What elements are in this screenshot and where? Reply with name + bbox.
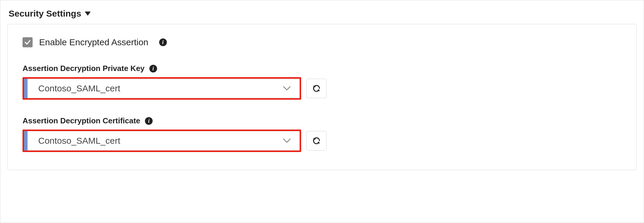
select-body: Contoso_SAML_cert (28, 131, 300, 151)
section-header[interactable]: Security Settings (0, 0, 644, 19)
refresh-icon (312, 84, 321, 93)
settings-panel: Enable Encrypted Assertion i Assertion D… (7, 24, 637, 170)
info-icon[interactable]: i (145, 117, 153, 125)
private-key-label: Assertion Decryption Private Key (23, 64, 145, 73)
private-key-refresh-button[interactable] (306, 79, 327, 98)
chevron-down-icon (283, 86, 291, 91)
enable-encrypted-assertion-row: Enable Encrypted Assertion i (23, 37, 621, 47)
certificate-value: Contoso_SAML_cert (38, 136, 120, 146)
certificate-refresh-button[interactable] (306, 131, 327, 151)
select-body: Contoso_SAML_cert (28, 79, 300, 98)
section-title: Security Settings (9, 9, 81, 19)
private-key-field-group: Assertion Decryption Private Key i Conto… (23, 64, 621, 100)
certificate-label-row: Assertion Decryption Certificate i (23, 116, 621, 125)
chevron-down-icon (283, 138, 291, 143)
certificate-field-group: Assertion Decryption Certificate i Conto… (23, 116, 621, 152)
select-accent-bar (24, 131, 28, 151)
enable-encrypted-assertion-checkbox[interactable] (23, 37, 33, 47)
svg-marker-0 (85, 12, 91, 16)
select-accent-bar (24, 79, 28, 98)
private-key-value: Contoso_SAML_cert (38, 83, 120, 93)
page-root: Security Settings Enable Encrypted Asser… (0, 0, 644, 223)
refresh-icon (312, 136, 321, 146)
info-icon[interactable]: i (159, 38, 167, 46)
certificate-select[interactable]: Contoso_SAML_cert (23, 130, 301, 152)
caret-down-icon (85, 12, 91, 16)
private-key-label-row: Assertion Decryption Private Key i (23, 64, 621, 73)
certificate-label: Assertion Decryption Certificate (23, 116, 140, 125)
private-key-control-row: Contoso_SAML_cert (23, 77, 621, 100)
certificate-control-row: Contoso_SAML_cert (23, 130, 621, 152)
private-key-select[interactable]: Contoso_SAML_cert (23, 77, 301, 100)
info-icon[interactable]: i (149, 65, 157, 72)
enable-encrypted-assertion-label: Enable Encrypted Assertion (39, 37, 148, 47)
